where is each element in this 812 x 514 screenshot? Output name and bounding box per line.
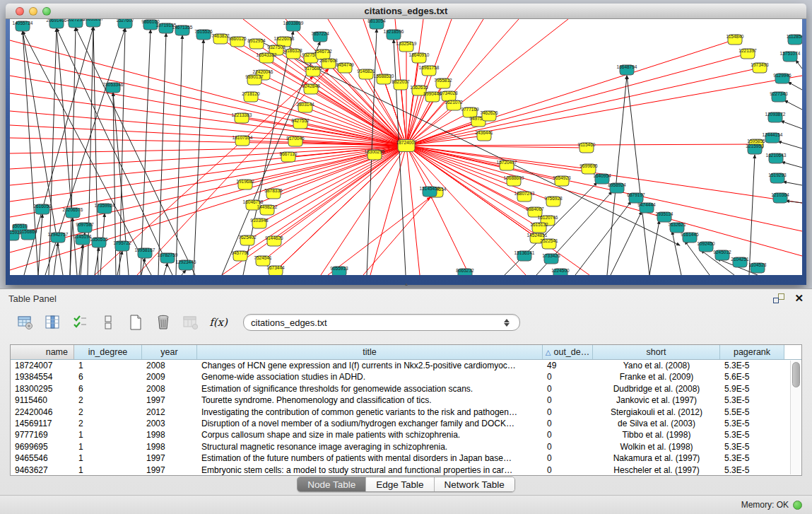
table-cell[interactable]: 9465546 bbox=[11, 452, 74, 464]
table-cell[interactable]: 0 bbox=[543, 429, 593, 440]
graph-node[interactable]: 2867608 bbox=[319, 58, 338, 69]
graph-node[interactable]: 7632621 bbox=[668, 222, 686, 233]
graph-node[interactable]: 10688609 bbox=[504, 175, 524, 186]
table-cell[interactable]: 1998 bbox=[142, 441, 197, 452]
graph-node[interactable]: 1621072 bbox=[445, 100, 463, 110]
table-cell[interactable]: 0 bbox=[543, 371, 593, 382]
graph-node[interactable]: 16961758 bbox=[419, 65, 440, 76]
graph-node[interactable]: 9144626 bbox=[265, 235, 283, 246]
table-cell[interactable]: 5.3E-5 bbox=[720, 395, 784, 406]
table-cell[interactable]: 5.3E-5 bbox=[720, 441, 784, 452]
function-builder-icon[interactable]: f(x) bbox=[208, 313, 228, 332]
table-cell[interactable]: 5.3E-5 bbox=[720, 418, 784, 429]
graph-node[interactable]: 14055724 bbox=[13, 21, 33, 31]
table-cell[interactable]: 2009 bbox=[142, 371, 197, 382]
graph-node[interactable]: 7857224 bbox=[311, 31, 329, 42]
select-rows-icon[interactable] bbox=[71, 313, 90, 332]
graph-node[interactable]: 8958924 bbox=[608, 182, 626, 193]
graph-node[interactable]: 8912954 bbox=[247, 38, 266, 49]
graph-node[interactable]: 28053346 bbox=[103, 82, 124, 93]
table-cell[interactable]: 9115460 bbox=[11, 395, 74, 406]
table-cell[interactable]: 5.3E-5 bbox=[720, 429, 784, 440]
graph-node[interactable]: 1210364 bbox=[771, 192, 789, 203]
table-cell[interactable]: 9777169 bbox=[11, 429, 74, 440]
graph-node[interactable]: 5878335 bbox=[264, 188, 283, 199]
table-cell[interactable]: 6 bbox=[74, 371, 142, 382]
table-row[interactable]: 969969511998Structural magnetic resonanc… bbox=[11, 441, 801, 452]
table-cell[interactable]: 6 bbox=[74, 383, 142, 395]
graph-node[interactable]: 3215953 bbox=[746, 144, 764, 154]
table-cell[interactable]: 5.9E-5 bbox=[720, 383, 784, 395]
column-header-title[interactable]: title bbox=[197, 345, 543, 359]
graph-node[interactable]: 1519293 bbox=[768, 173, 787, 183]
table-cell[interactable]: Changes of HCN gene expression and I(f) … bbox=[197, 360, 543, 371]
table-cell[interactable]: 2008 bbox=[142, 383, 197, 395]
table-cell[interactable]: Disruption of a novel member of a sodium… bbox=[197, 418, 543, 429]
graph-node[interactable]: 1919682 bbox=[236, 179, 254, 189]
table-cell[interactable]: 0 bbox=[543, 418, 593, 429]
table-cell[interactable]: Yano et al. (2008) bbox=[593, 360, 720, 371]
column-header-name[interactable]: name bbox=[11, 345, 74, 359]
tab-network-table[interactable]: Network Table bbox=[435, 477, 514, 491]
graph-node[interactable]: 12923446 bbox=[176, 259, 196, 270]
graph-node[interactable]: 18807243 bbox=[514, 191, 535, 201]
table-cell[interactable]: Structural magnetic resonance image aver… bbox=[197, 441, 543, 452]
graph-node[interactable]: 12444154 bbox=[763, 132, 783, 143]
graph-node[interactable]: 18640910 bbox=[409, 52, 430, 63]
table-cell[interactable]: 19384554 bbox=[11, 371, 74, 382]
close-panel-icon[interactable]: ✕ bbox=[794, 292, 804, 305]
table-cell[interactable]: 18724007 bbox=[11, 360, 74, 371]
graph-node[interactable]: 1104528 bbox=[749, 262, 767, 273]
graph-node[interactable]: 12093872 bbox=[765, 112, 786, 122]
graph-node[interactable]: 2616050 bbox=[33, 204, 52, 214]
table-cell[interactable]: 1 bbox=[74, 429, 142, 440]
table-cell[interactable]: Embryonic stem cells: a model to study s… bbox=[197, 465, 543, 476]
graph-node[interactable]: 1154840 bbox=[726, 34, 744, 45]
graph-node[interactable]: 9890137 bbox=[245, 74, 264, 85]
memory-ok-icon[interactable] bbox=[793, 501, 802, 510]
table-cell[interactable]: 5.3E-5 bbox=[720, 360, 784, 371]
graph-node[interactable]: 1527607 bbox=[116, 19, 134, 28]
graph-node[interactable]: 1673444 bbox=[266, 265, 285, 275]
graph-node[interactable]: 1973493 bbox=[751, 62, 769, 73]
table-cell[interactable]: Genome-wide association studies in ADHD. bbox=[197, 371, 543, 382]
graph-node[interactable]: 16648794 bbox=[617, 64, 637, 75]
table-cell[interactable]: 18300295 bbox=[11, 383, 74, 395]
table-cell[interactable]: 2012 bbox=[142, 407, 197, 418]
graph-node[interactable]: 7515526 bbox=[194, 29, 213, 40]
table-row[interactable]: 977716911998Corpus callosum shape and si… bbox=[11, 429, 801, 440]
graph-node[interactable]: 1145194 bbox=[74, 234, 92, 245]
tab-edge-table[interactable]: Edge Table bbox=[366, 477, 434, 491]
graph-node[interactable]: 7462626 bbox=[480, 110, 498, 121]
graph-node[interactable]: 15136141 bbox=[514, 250, 535, 261]
graph-node[interactable]: 14671355 bbox=[172, 25, 193, 35]
graph-node[interactable]: 8454749 bbox=[336, 62, 354, 73]
table-row[interactable]: 1872400712008Changes of HCN gene express… bbox=[11, 360, 801, 371]
graph-node[interactable]: 10958167 bbox=[135, 247, 155, 258]
table-cell[interactable]: 0 bbox=[543, 441, 593, 452]
table-cell[interactable]: 0 bbox=[543, 407, 593, 418]
graph-node[interactable]: 9756928 bbox=[544, 196, 563, 206]
graph-node[interactable]: 8186328 bbox=[284, 48, 302, 59]
scrollbar-thumb[interactable] bbox=[792, 362, 800, 387]
table-cell[interactable]: Tibbo et al. (1998) bbox=[593, 429, 720, 440]
window-splitter-handle[interactable]: ▴ bbox=[403, 281, 410, 287]
table-cell[interactable]: 1997 bbox=[142, 452, 197, 464]
graph-node[interactable]: 14498222 bbox=[257, 204, 278, 215]
table-cell[interactable]: 1 bbox=[74, 441, 142, 452]
table-cell[interactable]: 2003 bbox=[142, 418, 197, 429]
graph-node[interactable]: 8427552 bbox=[291, 118, 310, 129]
graph-node[interactable]: 1221397 bbox=[739, 48, 757, 59]
graph-node[interactable]: 7625402 bbox=[238, 235, 257, 245]
graph-node[interactable]: 8170046 bbox=[286, 136, 305, 146]
graph-node[interactable]: 18107554 bbox=[233, 135, 253, 146]
graph-node[interactable]: 1795722 bbox=[113, 240, 131, 251]
graph-node[interactable]: 9860125 bbox=[228, 36, 247, 47]
graph-node[interactable]: 8667110 bbox=[280, 151, 298, 162]
table-cell[interactable]: 1997 bbox=[142, 395, 197, 406]
network-canvas[interactable]: 7463822986012589129541822605893275031654… bbox=[10, 19, 802, 275]
column-header-indegree[interactable]: in_degree bbox=[74, 345, 142, 359]
table-cell[interactable]: Estimation of the future numbers of pati… bbox=[197, 452, 543, 464]
table-cell[interactable]: Dudbridge et al. (2008) bbox=[593, 383, 720, 395]
table-cell[interactable]: 22420046 bbox=[11, 407, 74, 418]
